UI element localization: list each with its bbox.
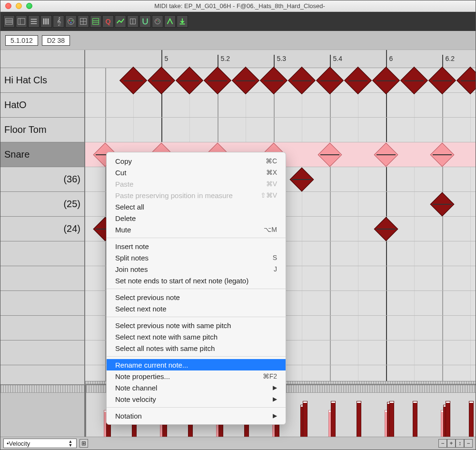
menu-shortcut: ⌘V [266, 180, 277, 188]
svg-point-16 [70, 22, 72, 23]
menu-item[interactable]: Note properties...⌘F2 [107, 370, 286, 382]
menu-item[interactable]: Copy⌘C [107, 155, 286, 167]
menu-item[interactable]: Join notesJ [107, 263, 286, 275]
menu-item-label: Mute [115, 226, 131, 234]
channel-icon[interactable] [127, 15, 139, 28]
note-row-label: HatO [4, 100, 27, 110]
grid-snap-icon[interactable] [90, 15, 101, 28]
lane[interactable] [85, 93, 476, 118]
svg-point-26 [155, 19, 160, 24]
note-row[interactable] [0, 291, 84, 316]
cc-type-select[interactable]: •Velocity ▲▼ [3, 439, 77, 448]
midi-in-icon[interactable] [177, 15, 188, 28]
cc-lane-icon[interactable] [115, 15, 126, 28]
zoom-in-v-button[interactable]: − [464, 439, 473, 448]
menu-item[interactable]: Note velocity▶ [107, 393, 286, 405]
menu-item[interactable]: Select previous note with same pitch [107, 320, 286, 331]
zoom-icon[interactable] [26, 3, 32, 9]
lane[interactable] [85, 118, 476, 142]
menu-item[interactable]: Select next note [107, 303, 286, 314]
menu-item[interactable]: Insert note [107, 240, 286, 252]
menu-item: Paste⌘V [107, 178, 286, 190]
treble-clef-icon[interactable]: 𝄞 [53, 15, 64, 28]
grid-lines-icon[interactable] [78, 15, 89, 28]
menu-item[interactable]: Notation▶ [107, 410, 286, 421]
menu-item[interactable]: Select previous note [107, 291, 286, 303]
minimize-icon[interactable] [16, 3, 22, 9]
named-notes-icon[interactable] [16, 15, 27, 28]
note-row[interactable]: Hi Hat Cls [0, 68, 84, 93]
note-row[interactable] [0, 340, 84, 365]
menu-item[interactable]: Cut⌘X [107, 167, 286, 178]
note-row-label: Floor Tom [4, 124, 47, 135]
titlebar: MIDI take: EP_M_G01_06H - F@06._Hats_8th… [0, 0, 476, 12]
color-palette-icon[interactable] [65, 15, 77, 28]
menu-item-label: Copy [115, 157, 132, 165]
ruler-label: 5 [164, 55, 168, 62]
note-row-label: (24) [63, 223, 80, 234]
menu-shortcut: ⌘X [266, 169, 277, 176]
velocity-bar[interactable] [303, 401, 307, 437]
velocity-bar[interactable] [390, 401, 394, 437]
note-row[interactable] [0, 241, 84, 266]
svg-rect-20 [93, 19, 99, 25]
note-row[interactable] [0, 266, 84, 291]
menu-item-label: Select all notes with same pitch [115, 344, 215, 352]
cc-sidebar-header[interactable] [0, 385, 84, 393]
velocity-bar[interactable] [446, 401, 450, 437]
timeline-ruler[interactable]: 55.25.35.466.26.3 [85, 50, 476, 68]
velocity-bar[interactable] [331, 401, 335, 437]
note-row[interactable]: Floor Tom [0, 118, 84, 142]
menu-item[interactable]: Select next note with same pitch [107, 331, 286, 342]
ruler-label: 5.2 [220, 55, 229, 62]
menu-item[interactable]: Mute⌥M [107, 224, 286, 235]
zoom-out-button[interactable]: − [438, 439, 447, 448]
menu-item-label: Select all [115, 203, 144, 211]
velocity-bar[interactable] [357, 401, 361, 437]
cursor-position-display[interactable]: 5.1.012 [5, 35, 38, 46]
note-row[interactable]: (24) [0, 217, 84, 241]
menu-item[interactable]: Select all [107, 201, 286, 212]
menu-item[interactable]: Note channel▶ [107, 382, 286, 393]
magnet-snap-icon[interactable] [139, 15, 151, 28]
note-row[interactable]: (25) [0, 192, 84, 217]
step-input-icon[interactable] [164, 15, 176, 28]
cc-add-lane-button[interactable]: ⊞ [79, 439, 88, 448]
quantize-q-icon[interactable]: Q [102, 15, 114, 28]
note-row[interactable]: HatO [0, 93, 84, 118]
velocity-bar[interactable] [413, 401, 417, 437]
menu-item[interactable]: Select all notes with same pitch [107, 342, 286, 354]
menu-item-label: Insert note [115, 242, 149, 250]
note-row[interactable]: Snare [0, 142, 84, 167]
zoom-out-v-button[interactable]: ↕ [456, 439, 464, 448]
menu-item-label: Paste preserving position in measure [115, 191, 233, 200]
menu-shortcut: J [274, 265, 277, 273]
paint-icon[interactable] [152, 15, 163, 28]
names-ruler-spacer [0, 50, 84, 68]
menu-item[interactable]: Delete [107, 212, 286, 224]
note-row[interactable]: (36) [0, 167, 84, 192]
zoom-in-button[interactable]: + [447, 439, 456, 448]
svg-rect-10 [45, 19, 47, 25]
note-row[interactable] [0, 316, 84, 340]
svg-text:𝄞: 𝄞 [57, 17, 61, 26]
piano-roll-icon[interactable] [3, 15, 15, 28]
context-menu[interactable]: Copy⌘CCut⌘XPaste⌘VPaste preserving posit… [106, 152, 286, 425]
svg-rect-9 [43, 19, 45, 25]
ruler-label: 6.2 [445, 55, 454, 62]
velocity-bar[interactable] [469, 401, 473, 437]
cursor-note-display[interactable]: D2 38 [42, 35, 70, 46]
event-list-icon[interactable] [28, 15, 40, 28]
menu-item[interactable]: Split notesS [107, 252, 286, 263]
svg-point-14 [69, 20, 70, 21]
svg-point-15 [71, 20, 73, 21]
menu-item[interactable]: Set note ends to start of next note (leg… [107, 275, 286, 286]
menu-item[interactable]: Rename current note... [107, 359, 286, 370]
submenu-arrow-icon: ▶ [273, 384, 277, 391]
svg-text:Q: Q [105, 18, 110, 25]
notation-icon[interactable] [40, 15, 52, 28]
svg-rect-11 [48, 19, 49, 25]
svg-rect-4 [18, 19, 25, 25]
menu-item-label: Select next note with same pitch [115, 333, 218, 341]
close-icon[interactable] [5, 3, 11, 9]
